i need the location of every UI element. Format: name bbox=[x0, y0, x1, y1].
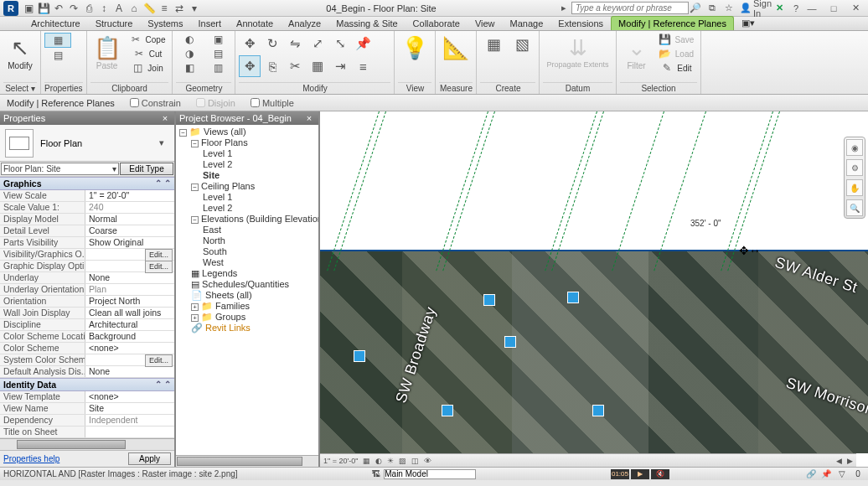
prop-row[interactable]: Display ModelNormal bbox=[0, 214, 174, 225]
marker-icon[interactable] bbox=[442, 405, 453, 416]
scale-display[interactable]: 1" = 20'-0" bbox=[323, 457, 358, 465]
tree-floor-plans[interactable]: −Floor Plans Level 1 Level 2 Site bbox=[191, 137, 317, 181]
move-icon[interactable]: ✥ bbox=[239, 33, 261, 54]
select-pinned-icon[interactable]: 📌 bbox=[819, 469, 833, 478]
sun-icon[interactable]: ☀ bbox=[387, 457, 394, 465]
app-logo[interactable]: R bbox=[3, 1, 18, 16]
array-icon[interactable]: ▦ bbox=[307, 55, 328, 77]
prop-value[interactable]: None bbox=[85, 366, 174, 377]
prop-value[interactable]: Site bbox=[85, 403, 174, 414]
zoom-icon[interactable]: 🔍 bbox=[846, 199, 863, 216]
tree-e-north[interactable]: North bbox=[203, 235, 317, 246]
join-button[interactable]: ◫Join bbox=[126, 61, 169, 75]
load-sel-button[interactable]: 📂Load bbox=[655, 47, 698, 60]
hide-icon[interactable]: 👁 bbox=[424, 457, 431, 465]
prop-value[interactable]: Project North bbox=[85, 296, 174, 307]
tree-cp-2[interactable]: Level 2 bbox=[203, 203, 317, 214]
home-icon[interactable]: ⌂ bbox=[127, 2, 141, 15]
prop-row[interactable]: Underlay OrientationPlan bbox=[0, 284, 174, 296]
prop-value[interactable]: Edit... bbox=[85, 249, 174, 260]
chevron-down-icon[interactable]: ▾ bbox=[159, 137, 169, 148]
print-icon[interactable]: ⎙ bbox=[82, 2, 96, 15]
copy-icon[interactable]: ⎘ bbox=[261, 55, 283, 77]
section-identity[interactable]: Identity Data⌃ ⌃ bbox=[0, 378, 174, 391]
tab-insert[interactable]: Insert bbox=[191, 16, 230, 30]
close-icon[interactable]: × bbox=[159, 113, 171, 123]
tree-families[interactable]: +📁 Families bbox=[191, 301, 317, 312]
tab-analyze[interactable]: Analyze bbox=[281, 16, 328, 30]
viewcube-icon[interactable]: ◉ bbox=[846, 139, 863, 156]
prop-row[interactable]: View Template<none> bbox=[0, 391, 174, 403]
tab-extensions[interactable]: Extensions bbox=[550, 16, 611, 30]
paste-button[interactable]: 📋Paste bbox=[90, 33, 124, 72]
marker-icon[interactable] bbox=[592, 405, 604, 416]
view-icon[interactable]: 💡 bbox=[398, 33, 431, 63]
geom-5[interactable]: ▤ bbox=[204, 47, 231, 60]
properties-help-link[interactable]: Properties help bbox=[3, 454, 59, 463]
type-properties-button[interactable]: ▤ bbox=[44, 49, 71, 62]
tree-fp-1[interactable]: Level 1 bbox=[203, 148, 317, 159]
geom-2[interactable]: ◑ bbox=[176, 47, 203, 60]
close-icon[interactable]: ✕ bbox=[846, 3, 865, 14]
tree-cp-1[interactable]: Level 1 bbox=[203, 192, 317, 203]
edit-button[interactable]: Edit... bbox=[145, 261, 173, 273]
cope-button[interactable]: ✂Cope bbox=[126, 33, 169, 46]
offset-icon[interactable]: ⇥ bbox=[329, 55, 351, 77]
measure-icon[interactable]: 📏 bbox=[142, 2, 156, 15]
prop-scroll[interactable] bbox=[0, 438, 174, 450]
prop-value[interactable]: Edit... bbox=[85, 354, 174, 365]
prop-row[interactable]: Title on Sheet bbox=[0, 427, 174, 438]
geom-3[interactable]: ◧ bbox=[176, 61, 203, 75]
browser-title-bar[interactable]: Project Browser - 04_Begin × bbox=[176, 111, 318, 125]
hscroll-right[interactable]: ▶ bbox=[847, 457, 853, 465]
geom-1[interactable]: ◐ bbox=[176, 33, 203, 46]
dd-icon[interactable]: ▾ bbox=[188, 2, 201, 15]
prop-value[interactable]: Normal bbox=[85, 214, 174, 225]
prop-value[interactable]: None bbox=[85, 272, 174, 283]
tree-e-west[interactable]: West bbox=[203, 257, 317, 268]
tree-e-east[interactable]: East bbox=[203, 225, 317, 235]
tab-architecture[interactable]: Architecture bbox=[23, 16, 88, 30]
view-canvas[interactable]: — □ × 352' - 0" ✥↔ SW Alder St SW Broadw… bbox=[320, 111, 868, 467]
favorite-icon[interactable]: ☆ bbox=[722, 3, 736, 14]
prop-row[interactable]: View NameSite bbox=[0, 403, 174, 415]
modify-button[interactable]: ↖Modify bbox=[3, 33, 37, 72]
align-icon[interactable]: ≡ bbox=[352, 55, 374, 77]
tree-fp-2[interactable]: Level 2 bbox=[203, 159, 317, 170]
open-icon[interactable]: ▣ bbox=[22, 2, 35, 15]
prop-row[interactable]: Visibility/Graphics O...Edit... bbox=[0, 249, 174, 261]
apply-button[interactable]: Apply bbox=[128, 452, 171, 465]
marker-icon[interactable] bbox=[567, 292, 579, 303]
tree-revit-links[interactable]: 🔗 Revit Links bbox=[191, 323, 317, 333]
prop-row[interactable]: UnderlayNone bbox=[0, 272, 174, 284]
wheel-icon[interactable]: ⚙ bbox=[846, 159, 863, 176]
pan-icon[interactable]: ✋ bbox=[846, 179, 863, 196]
reference-plane[interactable] bbox=[320, 250, 868, 251]
prop-row[interactable]: View Scale1" = 20'-0" bbox=[0, 190, 174, 202]
edit-button[interactable]: Edit... bbox=[145, 354, 173, 367]
type-selector[interactable]: Floor Plan ▾ bbox=[0, 125, 174, 162]
prop-value[interactable]: Background bbox=[85, 331, 174, 342]
multiple-check[interactable]: Multiple bbox=[251, 98, 294, 108]
tree-groups[interactable]: +📁 Groups bbox=[191, 312, 317, 323]
prop-row[interactable]: OrientationProject North bbox=[0, 296, 174, 308]
close-icon[interactable]: × bbox=[303, 113, 315, 123]
tree-fp-site[interactable]: Site bbox=[203, 170, 317, 181]
constrain-check[interactable]: Constrain bbox=[130, 98, 181, 108]
prop-row[interactable]: Detail LevelCoarse bbox=[0, 225, 174, 237]
prop-row[interactable]: DependencyIndependent bbox=[0, 415, 174, 427]
save-sel-button[interactable]: 💾Save bbox=[655, 33, 698, 46]
prop-row[interactable]: System Color SchemesEdit... bbox=[0, 354, 174, 366]
create-similar-icon[interactable]: ▧ bbox=[509, 33, 535, 56]
search-icon[interactable]: 🔎 bbox=[689, 3, 702, 14]
geom-6[interactable]: ▥ bbox=[204, 61, 231, 75]
play-icon[interactable]: ▶ bbox=[631, 469, 649, 479]
subscription-icon[interactable]: ⧉ bbox=[705, 3, 719, 14]
prop-row[interactable]: Color Scheme<none> bbox=[0, 343, 174, 354]
prop-row[interactable]: Scale Value 1:240 bbox=[0, 202, 174, 214]
hscroll-left[interactable]: ◀ bbox=[836, 457, 842, 465]
help-icon[interactable]: ? bbox=[789, 3, 803, 14]
tab-structure[interactable]: Structure bbox=[88, 16, 141, 30]
marker-icon[interactable] bbox=[504, 336, 516, 348]
tree-views[interactable]: −📁 Views (all) −Floor Plans Level 1 Leve… bbox=[179, 127, 317, 333]
